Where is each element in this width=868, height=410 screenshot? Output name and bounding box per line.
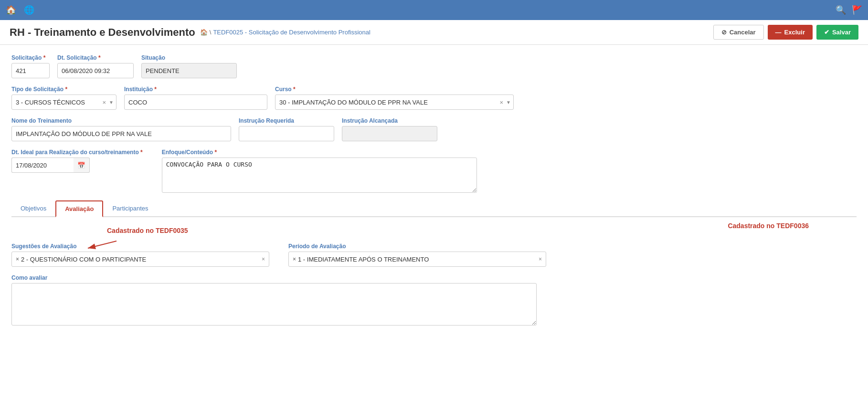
- sugestoes-tag-input[interactable]: × 2 - QUESTIONÁRIO COM O PARTICIPANTE ×: [11, 252, 269, 267]
- situacao-group: Situação: [141, 54, 237, 78]
- enfoque-label: Enfoque/Conteúdo *: [162, 149, 857, 156]
- dt-ideal-input-wrap: 📅: [11, 158, 143, 173]
- delete-button[interactable]: — Excluir: [768, 25, 813, 40]
- tab-objetivos[interactable]: Objetivos: [11, 200, 55, 216]
- instrucao-alcancada-label: Instrução Alcançada: [342, 117, 437, 124]
- save-button[interactable]: ✔ Salvar: [816, 25, 858, 40]
- sugestoes-tag: × 2 - QUESTIONÁRIO COM O PARTICIPANTE: [16, 256, 146, 263]
- situacao-input: [141, 63, 237, 78]
- save-label: Salvar: [832, 29, 851, 36]
- cancel-icon: ⊘: [721, 29, 727, 36]
- form-row-2: Tipo de Solicitação * 3 - CURSOS TÉCNICO…: [11, 86, 857, 110]
- periodo-clear-icon[interactable]: ×: [539, 256, 542, 263]
- flag-icon[interactable]: 🚩: [852, 5, 862, 15]
- dt-ideal-input[interactable]: [11, 158, 74, 173]
- solicitacao-required: *: [43, 54, 46, 61]
- cancel-button[interactable]: ⊘ Cancelar: [713, 25, 764, 40]
- sugestoes-group: Sugestões de Avaliação × 2 - QUESTIONÁRI…: [11, 243, 269, 267]
- annotation2: Cadastrado no TEDF0036: [728, 222, 809, 230]
- form-row-3: Nome do Treinamento Instrução Requerida …: [11, 117, 857, 141]
- avaliacao-tab-content: Cadastrado no TEDF0035 Cadastrado no TED…: [11, 227, 857, 326]
- curso-select-wrap: 30 - IMPLANTAÇÃO DO MÓDULO DE PPR NA VAL…: [275, 95, 514, 110]
- dt-solicitacao-group: Dt. Solicitação *: [57, 54, 134, 78]
- search-icon[interactable]: 🔍: [836, 5, 846, 15]
- avaliacao-row-1: Sugestões de Avaliação × 2 - QUESTIONÁRI…: [11, 243, 857, 267]
- dt-solicitacao-input[interactable]: [57, 63, 134, 78]
- delete-icon: —: [775, 29, 782, 36]
- breadcrumb: 🏠 \ TEDF0025 - Solicitação de Desenvolvi…: [200, 29, 370, 36]
- periodo-group: Período de Avaliação × 1 - IMEDIATAMENTE…: [288, 243, 546, 267]
- sugestoes-label: Sugestões de Avaliação: [11, 243, 269, 250]
- instrucao-alcancada-input: [342, 126, 437, 141]
- instituicao-label: Instituição *: [124, 86, 267, 93]
- instituicao-group: Instituição *: [124, 86, 267, 110]
- tipo-label: Tipo de Solicitação *: [11, 86, 116, 93]
- cancel-label: Cancelar: [730, 29, 756, 36]
- form-row-1: Solicitação * Dt. Solicitação * Situação: [11, 54, 857, 78]
- instituicao-input[interactable]: [124, 95, 267, 110]
- breadcrumb-path: TEDF0025 - Solicitação de Desenvolviment…: [213, 29, 370, 36]
- save-icon: ✔: [824, 29, 829, 36]
- tabs: Objetivos Avaliação Participantes: [11, 200, 857, 217]
- calendar-button[interactable]: 📅: [74, 158, 90, 173]
- situacao-label: Situação: [141, 54, 237, 61]
- header-bar: RH - Treinamento e Desenvolvimento 🏠 \ T…: [0, 20, 868, 45]
- tipo-select-wrap: 3 - CURSOS TÉCNICOS × ▼: [11, 95, 116, 110]
- page-title: RH - Treinamento e Desenvolvimento: [10, 26, 195, 39]
- curso-label: Curso *: [275, 86, 514, 93]
- nome-treinamento-input[interactable]: [11, 126, 231, 141]
- delete-label: Excluir: [784, 29, 805, 36]
- tipo-group: Tipo de Solicitação * 3 - CURSOS TÉCNICO…: [11, 86, 116, 110]
- dt-ideal-label: Dt. Ideal para Realização do curso/trein…: [11, 149, 143, 156]
- enfoque-group: Enfoque/Conteúdo * CONVOCAÇÃO PARA O CUR…: [162, 149, 857, 193]
- dt-solicitacao-label: Dt. Solicitação *: [57, 54, 134, 61]
- como-avaliar-textarea[interactable]: [11, 283, 537, 326]
- form-row-4: Dt. Ideal para Realização do curso/trein…: [11, 149, 857, 193]
- solicitacao-label: Solicitação *: [11, 54, 50, 61]
- instrucao-requerida-label: Instrução Requerida: [239, 117, 334, 124]
- header-actions: ⊘ Cancelar — Excluir ✔ Salvar: [713, 25, 858, 40]
- home-icon[interactable]: 🏠: [6, 5, 16, 15]
- avaliacao-row-2: Como avaliar: [11, 274, 857, 326]
- periodo-tag: × 1 - IMEDIATAMENTE APÓS O TREINAMENTO: [293, 256, 429, 263]
- dt-ideal-group: Dt. Ideal para Realização do curso/trein…: [11, 149, 143, 173]
- instrucao-alcancada-group: Instrução Alcançada: [342, 117, 437, 141]
- annotation1: Cadastrado no TEDF0035: [107, 227, 188, 234]
- calendar-icon: 📅: [77, 162, 85, 169]
- solicitacao-group: Solicitação *: [11, 54, 50, 78]
- instrucao-requerida-input[interactable]: [239, 126, 334, 141]
- tab-participantes[interactable]: Participantes: [103, 200, 157, 216]
- sugestoes-clear-icon[interactable]: ×: [262, 256, 265, 263]
- como-avaliar-group: Como avaliar: [11, 274, 857, 326]
- enfoque-textarea[interactable]: CONVOCAÇÃO PARA O CURSO: [162, 158, 477, 193]
- tab-avaliacao[interactable]: Avaliação: [55, 200, 103, 217]
- periodo-tag-input[interactable]: × 1 - IMEDIATAMENTE APÓS O TREINAMENTO ×: [288, 252, 546, 267]
- curso-group: Curso * 30 - IMPLANTAÇÃO DO MÓDULO DE PP…: [275, 86, 514, 110]
- solicitacao-input[interactable]: [11, 63, 50, 78]
- tipo-clear-icon[interactable]: ×: [102, 99, 106, 106]
- tipo-select[interactable]: 3 - CURSOS TÉCNICOS: [11, 95, 116, 110]
- nome-treinamento-group: Nome do Treinamento: [11, 117, 231, 141]
- curso-select[interactable]: 30 - IMPLANTAÇÃO DO MÓDULO DE PPR NA VAL…: [275, 95, 514, 110]
- periodo-label: Período de Avaliação: [288, 243, 546, 250]
- breadcrumb-sep: \: [210, 29, 212, 36]
- main-content: Solicitação * Dt. Solicitação * Situação…: [0, 45, 868, 343]
- top-nav: 🏠 🌐 🔍 🚩: [0, 0, 868, 20]
- nome-treinamento-label: Nome do Treinamento: [11, 117, 231, 124]
- como-avaliar-label: Como avaliar: [11, 274, 857, 281]
- breadcrumb-home: 🏠: [200, 29, 208, 36]
- globe-icon[interactable]: 🌐: [24, 5, 34, 15]
- instrucao-requerida-group: Instrução Requerida: [239, 117, 334, 141]
- curso-clear-icon[interactable]: ×: [499, 99, 503, 106]
